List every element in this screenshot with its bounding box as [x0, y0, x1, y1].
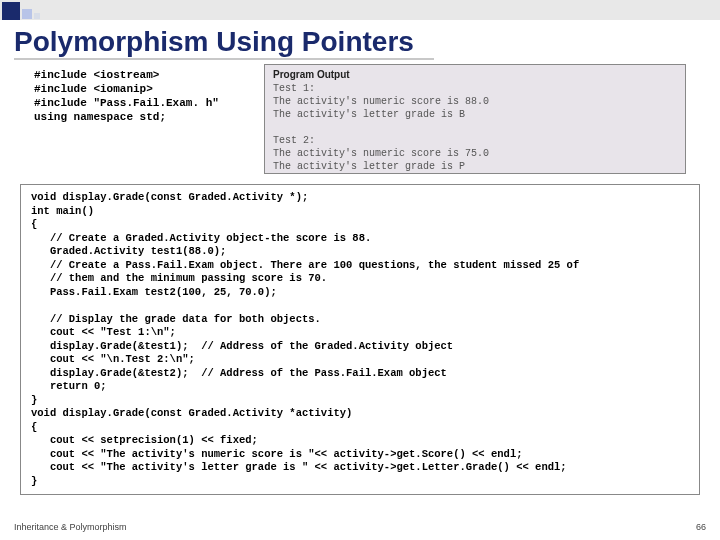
slide-title: Polymorphism Using Pointers	[14, 26, 434, 60]
program-output-text: Test 1: The activity's numeric score is …	[273, 82, 677, 173]
program-output-box: Program Output Test 1: The activity's nu…	[264, 64, 686, 174]
top-decoration	[0, 0, 720, 20]
top-block: #include <iostream> #include <iomanip> #…	[34, 64, 686, 180]
program-output-header: Program Output	[273, 69, 677, 80]
deco-square-small	[34, 13, 40, 19]
footer-page-number: 66	[696, 522, 706, 532]
deco-square-large	[2, 2, 20, 20]
includes-code: #include <iostream> #include <iomanip> #…	[34, 68, 219, 124]
code-listing: void display.Grade(const Graded.Activity…	[20, 184, 700, 495]
deco-square-med	[22, 9, 32, 19]
footer-topic: Inheritance & Polymorphism	[14, 522, 127, 532]
